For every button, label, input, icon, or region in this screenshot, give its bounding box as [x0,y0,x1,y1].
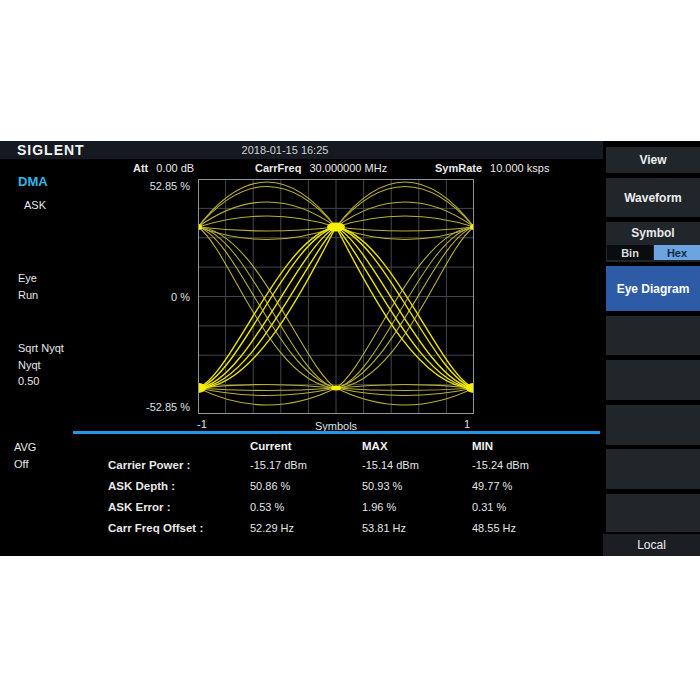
title-bar: SIGLENT 2018-01-15 16:25 [0,141,603,159]
instrument-photo: SIGLENT 2018-01-15 16:25 Att0.00 dB Carr… [0,0,700,700]
x-axis-left-label: -1 [197,418,207,430]
menu-button-view[interactable]: View [606,147,700,173]
menu-button-eye-diagram[interactable]: Eye Diagram [606,266,700,311]
table-separator-line [73,431,600,434]
modulation-label: ASK [24,199,46,211]
local-status-bar: Local [603,534,700,556]
row-max: 1.96 % [362,501,396,513]
table-header-max: MAX [362,440,388,452]
att-value: 0.00 dB [156,162,194,174]
avg-label: AVG [14,441,36,453]
row-current: 50.86 % [250,480,290,492]
row-max: -15.14 dBm [362,459,419,471]
eye-plot-svg [198,179,474,414]
row-label: ASK Error : [108,501,171,513]
carrfreq-value: 30.000000 MHz [309,162,387,174]
symrate-value: 10.000 ksps [490,162,549,174]
meas-filter-label: Sqrt Nyqt [18,342,64,354]
row-min: 49.77 % [472,480,512,492]
siglent-logo: SIGLENT [17,142,85,158]
trace-type-label: Eye [18,272,37,284]
mode-label: DMA [18,174,48,189]
symrate-param: SymRate10.000 ksps [435,162,549,174]
local-label: Local [637,538,666,552]
row-label: Carr Freq Offset : [108,522,203,534]
menu-button-empty-4 [606,449,700,489]
menu-button-empty-1 [606,316,700,355]
menu-button-waveform[interactable]: Waveform [606,178,700,217]
filter-alpha-label: 0.50 [18,375,39,387]
run-state-label: Run [18,289,38,301]
row-min: 0.31 % [472,501,506,513]
y-axis-mid-label: 0 % [130,291,190,303]
row-label: Carrier Power : [108,459,190,471]
row-current: 52.29 Hz [250,522,294,534]
symbol-toggle-hex[interactable]: Hex [654,245,700,260]
ref-filter-label: Nyqt [18,359,41,371]
row-current: 0.53 % [250,501,284,513]
avg-value: Off [14,458,28,470]
carrfreq-param: CarrFreq30.000000 MHz [255,162,387,174]
row-max: 53.81 Hz [362,522,406,534]
y-axis-top-label: 52.85 % [130,180,190,192]
menu-button-empty-5 [606,494,700,532]
symrate-label: SymRate [435,162,482,174]
carrfreq-label: CarrFreq [255,162,301,174]
table-header-current: Current [250,440,292,452]
softkey-menu: View Waveform Symbol Bin Hex Eye Diagram… [603,141,700,556]
row-current: -15.17 dBm [250,459,307,471]
menu-button-empty-3 [606,405,700,445]
y-axis-bottom-label: -52.85 % [130,401,190,413]
row-min: -15.24 dBm [472,459,529,471]
row-min: 48.55 Hz [472,522,516,534]
row-max: 50.93 % [362,480,402,492]
table-header-min: MIN [472,440,493,452]
menu-button-symbol[interactable]: Symbol Bin Hex [606,222,700,262]
symbol-toggle-bin[interactable]: Bin [607,245,653,260]
menu-button-empty-2 [606,360,700,400]
att-label: Att [133,162,148,174]
analyzer-screen: SIGLENT 2018-01-15 16:25 Att0.00 dB Carr… [0,141,700,556]
att-param: Att0.00 dB [133,162,194,174]
datetime-label: 2018-01-15 16:25 [230,144,340,156]
symbol-label: Symbol [606,226,700,240]
row-label: ASK Depth : [108,480,175,492]
x-axis-right-label: 1 [464,418,470,430]
